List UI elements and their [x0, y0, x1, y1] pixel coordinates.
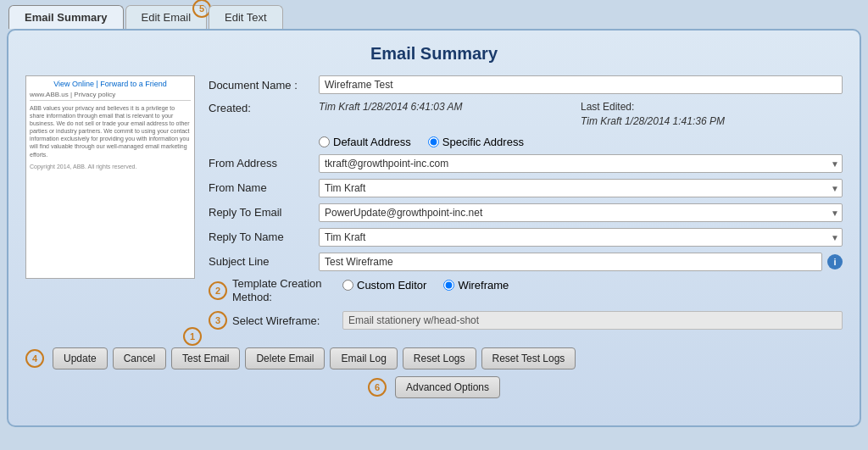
reply-to-email-select[interactable]: PowerUpdate@growthpoint-inc.net [319, 203, 843, 222]
from-name-row: From Name Tim Kraft ▼ [209, 179, 843, 197]
email-preview: View Online | Forward to a Friend www.AB… [25, 75, 195, 279]
tabs-bar: Email Summary Edit Email 5 Edit Text [0, 0, 868, 29]
created-label: Created: [209, 100, 319, 114]
document-name-input[interactable] [319, 75, 843, 94]
preview-logo: www.ABB.us | Privacy policy [30, 91, 191, 101]
document-name-label: Document Name : [209, 79, 319, 92]
from-address-select[interactable]: tkraft@growthpoint-inc.com [319, 154, 843, 173]
badge-2: 2 [209, 281, 227, 300]
wireframe-option[interactable]: Wireframe [443, 279, 509, 292]
from-name-select[interactable]: Tim Kraft [319, 179, 843, 197]
reset-test-logs-button[interactable]: Reset Test Logs [481, 347, 576, 369]
badge-6: 6 [368, 378, 387, 397]
document-name-row: Document Name : [209, 75, 843, 94]
tab-email-summary[interactable]: Email Summary [8, 5, 124, 29]
wireframe-radio[interactable] [443, 280, 454, 291]
from-name-label: From Name [209, 181, 319, 194]
from-address-row: From Address tkraft@growthpoint-inc.com … [209, 154, 843, 173]
reply-to-email-row: Reply To Email PowerUpdate@growthpoint-i… [209, 203, 843, 222]
last-edited-block: Last Edited: Tim Kraft 1/28/2014 1:41:36… [581, 100, 843, 129]
select-wireframe-row: 3 Select Wireframe: Email stationery w/h… [209, 311, 843, 330]
subject-line-input[interactable] [319, 253, 822, 271]
reply-to-name-select-wrapper: Tim Kraft ▼ [319, 228, 843, 247]
advanced-options-row: 6 Advanced Options [25, 376, 843, 398]
template-method-label: Template Creation Method: [232, 277, 342, 306]
main-panel: Email Summary View Online | Forward to a… [7, 29, 861, 427]
reply-to-name-label: Reply To Name [209, 231, 319, 243]
advanced-options-button[interactable]: Advanced Options [395, 376, 500, 398]
reply-to-email-select-wrapper: PowerUpdate@growthpoint-inc.net ▼ [319, 203, 843, 222]
badge-4: 4 [25, 349, 44, 368]
from-name-select-wrapper: Tim Kraft ▼ [319, 179, 843, 197]
subject-line-row: Subject Line i [209, 253, 843, 271]
from-address-select-wrapper: tkraft@growthpoint-inc.com ▼ [319, 154, 843, 173]
custom-editor-option[interactable]: Custom Editor [342, 279, 426, 292]
document-name-value [319, 75, 843, 94]
update-button[interactable]: Update [53, 347, 108, 369]
tab-edit-email[interactable]: Edit Email 5 [125, 5, 208, 29]
template-radio-group: Custom Editor Wireframe [342, 279, 509, 292]
badge-1: 1 [183, 327, 202, 346]
info-icon[interactable]: i [827, 254, 843, 269]
default-address-radio[interactable] [319, 136, 330, 147]
content-area: View Online | Forward to a Friend www.AB… [25, 75, 843, 336]
address-type-row: Default Address Specific Address [209, 136, 843, 148]
test-email-button[interactable]: Test Email [171, 347, 240, 369]
from-address-label: From Address [209, 157, 319, 169]
default-address-option[interactable]: Default Address [319, 136, 411, 148]
email-log-button[interactable]: Email Log [330, 347, 397, 369]
badge-3: 3 [209, 311, 227, 330]
specific-address-radio[interactable] [428, 136, 439, 147]
custom-editor-radio[interactable] [342, 280, 353, 291]
subject-line-label: Subject Line [209, 255, 319, 268]
created-row: Created: Tim Kraft 1/28/2014 6:41:03 AM … [209, 100, 843, 129]
cancel-button[interactable]: Cancel [113, 347, 166, 369]
reply-to-name-row: Reply To Name Tim Kraft ▼ [209, 228, 843, 247]
reply-to-name-select[interactable]: Tim Kraft [319, 228, 843, 247]
tab-edit-text[interactable]: Edit Text [209, 5, 283, 29]
select-wireframe-label: Select Wireframe: [232, 314, 342, 327]
created-value: Tim Kraft 1/28/2014 6:41:03 AM [319, 100, 581, 129]
address-radio-group: Default Address Specific Address [319, 136, 524, 148]
preview-copyright: Copyright 2014, ABB. All rights reserved… [30, 164, 191, 169]
delete-email-button[interactable]: Delete Email [245, 347, 325, 369]
preview-body: ABB values your privacy and believes it … [30, 104, 191, 158]
reset-logs-button[interactable]: Reset Logs [403, 347, 476, 369]
reply-to-email-label: Reply To Email [209, 206, 319, 219]
template-method-row: 2 Template Creation Method: Custom Edito… [209, 277, 843, 306]
preview-link[interactable]: View Online | Forward to a Friend [30, 80, 191, 88]
panel-title: Email Summary [25, 44, 843, 64]
wireframe-display: Email stationery w/head-shot [342, 311, 843, 330]
subject-line-wrapper: i [319, 253, 843, 271]
specific-address-option[interactable]: Specific Address [428, 136, 524, 148]
created-values: Tim Kraft 1/28/2014 6:41:03 AM Last Edit… [319, 100, 843, 129]
form-area: Document Name : Created: Tim Kraft 1/28/… [209, 75, 843, 336]
